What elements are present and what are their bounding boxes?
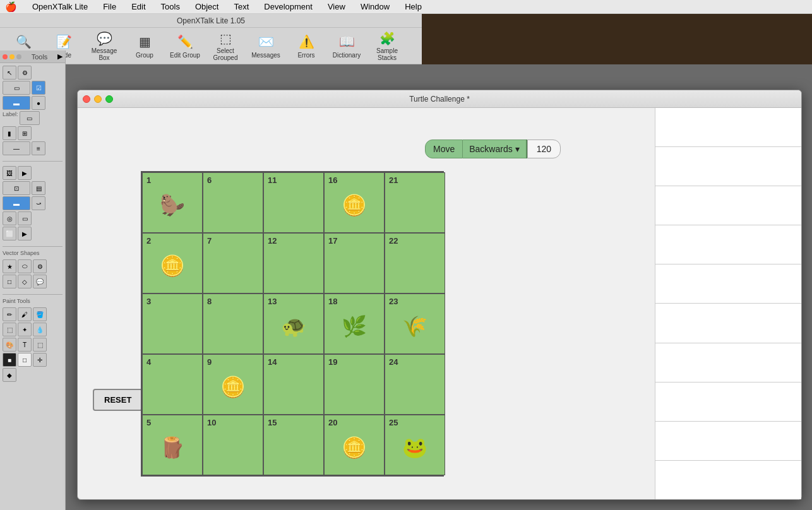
tools-min-dot[interactable] — [9, 54, 15, 59]
lasso-tool[interactable]: ⚙ — [18, 66, 32, 80]
grid-cell-8[interactable]: 8 — [203, 294, 263, 354]
sample-stacks-button[interactable]: 🧩 Sample Stacks — [367, 30, 407, 62]
dropper-tool[interactable]: 💧 — [33, 323, 47, 336]
grid-cell-16[interactable]: 16🪙 — [324, 172, 385, 233]
grid-cell-22[interactable]: 22 — [385, 233, 445, 294]
slider2-tool[interactable]: ▭ — [18, 211, 32, 225]
menu-development[interactable]: Development — [261, 2, 315, 11]
curve-tool[interactable]: ⤻ — [32, 196, 45, 210]
play-tool[interactable]: ▶ — [18, 227, 32, 240]
group-button[interactable]: ▦ Group — [125, 30, 164, 62]
select-grouped-button[interactable]: ⬚ Select Grouped — [206, 30, 245, 62]
grid-cell-1[interactable]: 1🦫 — [142, 172, 203, 233]
menu-file[interactable]: File — [100, 2, 119, 11]
window-close-button[interactable] — [83, 95, 90, 103]
reset-button[interactable]: RESET — [93, 389, 143, 411]
paint-tools-label: Paint Tools — [0, 297, 65, 305]
button-tool[interactable]: ▬ — [3, 96, 30, 110]
arrow-tool[interactable]: ↖ — [3, 66, 16, 80]
rect-tool[interactable]: ▬ — [3, 196, 30, 210]
crosshair-tool[interactable]: ✛ — [33, 353, 47, 367]
radio-tool[interactable]: ● — [32, 96, 45, 110]
pencil-tool[interactable]: ✏ — [3, 307, 16, 321]
grid-cell-3[interactable]: 3 — [142, 294, 203, 354]
scrollbar-v-tool[interactable]: ▮ — [3, 126, 16, 140]
grid-cell-19[interactable]: 19 — [324, 354, 385, 415]
tools-row-p4: ■ □ ✛ — [3, 353, 63, 367]
rounded-rect-tool[interactable]: ⬭ — [18, 259, 32, 273]
grid-cell-18[interactable]: 18🌿 — [324, 294, 385, 354]
grid-cell-5[interactable]: 5🪵 — [142, 415, 203, 475]
grid-cell-9[interactable]: 9🪙 — [203, 354, 263, 415]
checkbox-tool[interactable]: ☑ — [32, 81, 45, 95]
grid-cell-17[interactable]: 17 — [324, 233, 385, 294]
speech-tool[interactable]: 💬 — [33, 275, 47, 288]
grid-cell-10[interactable]: 10 — [203, 415, 263, 475]
eraser-tool[interactable]: ⬚ — [3, 323, 16, 336]
move-direction-dropdown[interactable]: Backwards ▾ — [463, 139, 525, 158]
grid-cell-6[interactable]: 6 — [203, 172, 263, 233]
window-max-button[interactable] — [105, 95, 113, 103]
tools-close-dot[interactable] — [3, 54, 8, 59]
text-paint-tool[interactable]: T — [18, 338, 32, 352]
grid-cell-21[interactable]: 21 — [385, 172, 445, 233]
line-tool[interactable]: — — [3, 141, 30, 155]
graphic-tool[interactable]: ⊡ — [3, 181, 30, 195]
table-tool[interactable]: ⊞ — [18, 126, 32, 140]
edit-group-button[interactable]: ✏️ Edit Group — [165, 30, 205, 62]
bg-color-tool[interactable]: ■ — [3, 353, 16, 367]
grid-cell-25[interactable]: 25🐸 — [385, 415, 445, 475]
slider-tool[interactable]: ◎ — [3, 211, 16, 225]
grid-cell-23[interactable]: 23🌾 — [385, 294, 445, 354]
grid-cell-13[interactable]: 13🐢 — [263, 294, 324, 354]
dictionary-button[interactable]: 📖 Dictionary — [327, 30, 366, 62]
scrollbar-h-tool[interactable]: ≡ — [32, 141, 45, 155]
apple-menu[interactable]: 🍎 — [5, 1, 17, 13]
menu-window[interactable]: Window — [358, 2, 392, 11]
right-row-9 — [655, 422, 801, 461]
image-tool[interactable]: 🖼 — [3, 166, 16, 180]
diamond2-tool[interactable]: ◆ — [3, 368, 16, 382]
grid-cell-12[interactable]: 12 — [263, 233, 324, 294]
grid-cell-11[interactable]: 11 — [263, 172, 324, 233]
field-tool[interactable]: ▭ — [3, 81, 30, 95]
errors-button[interactable]: ⚠️ Errors — [287, 30, 326, 62]
menu-text[interactable]: Text — [231, 2, 251, 11]
star-tool[interactable]: ★ — [3, 259, 16, 273]
tools-max-dot[interactable] — [16, 54, 21, 59]
menu-tools[interactable]: Tools — [158, 2, 182, 11]
move-value-input[interactable]: 120 — [527, 139, 561, 158]
player-tool[interactable]: ▶ — [18, 166, 32, 180]
window-min-button[interactable] — [94, 95, 102, 103]
menu-view[interactable]: View — [325, 2, 348, 11]
diamond-tool[interactable]: ◇ — [18, 275, 32, 288]
cell-emoji-20: 🪙 — [342, 436, 367, 460]
color-tool[interactable]: 🎨 — [3, 338, 16, 352]
stamp-tool[interactable]: ⬜ — [3, 227, 16, 240]
grid-cell-20[interactable]: 20🪙 — [324, 415, 385, 475]
spray-tool[interactable]: ✦ — [18, 323, 32, 336]
anim-tool[interactable]: ▤ — [32, 181, 45, 195]
tools-panel: Tools ▶ ↖ ⚙ ▭ ☑ ▬ ● Label: ▭ ▮ ⊞ — ≡ — [0, 50, 66, 510]
message-box-button[interactable]: 💬 Message Box — [85, 30, 124, 62]
grid-cell-15[interactable]: 15 — [263, 415, 324, 475]
fg-color-tool[interactable]: □ — [18, 353, 32, 367]
square-tool[interactable]: □ — [3, 275, 16, 288]
tools-row-v2: □ ◇ 💬 — [3, 275, 63, 288]
messages-button[interactable]: ✉️ Messages — [246, 30, 285, 62]
fill-tool[interactable]: 🪣 — [33, 307, 47, 321]
gear-tool[interactable]: ⚙ — [33, 259, 47, 273]
grid-cell-2[interactable]: 2🪙 — [142, 233, 203, 294]
brush-tool[interactable]: 🖌 — [18, 307, 32, 321]
menu-object[interactable]: Object — [193, 2, 222, 11]
label-field[interactable]: ▭ — [20, 111, 40, 125]
grid-cell-7[interactable]: 7 — [203, 233, 263, 294]
grid-cell-14[interactable]: 14 — [263, 354, 324, 415]
tools-arrow[interactable]: ▶ — [57, 52, 63, 61]
grid-cell-4[interactable]: 4 — [142, 354, 203, 415]
menu-edit[interactable]: Edit — [129, 2, 148, 11]
grid-cell-24[interactable]: 24 — [385, 354, 445, 415]
menu-app[interactable]: OpenXTalk Lite — [30, 2, 90, 11]
menu-help[interactable]: Help — [402, 2, 424, 11]
select-paint-tool[interactable]: ⬚ — [33, 338, 47, 352]
